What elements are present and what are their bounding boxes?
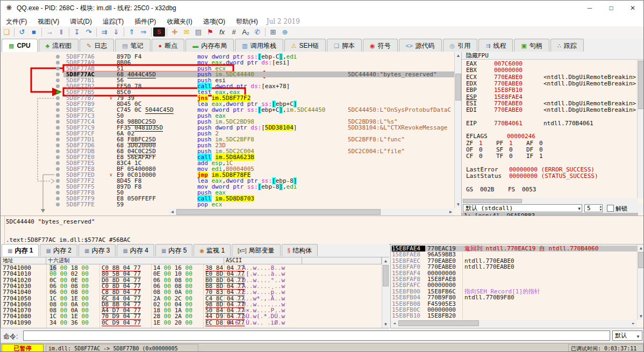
disassembly-pane[interactable]: ▲ ▼ ◄ ► 5D8F77A6897D F4mov dword ptr ss:… (1, 52, 462, 215)
calculator-icon[interactable]: ⊞ (267, 26, 279, 38)
instruction-dot-icon[interactable] (56, 138, 60, 141)
tab-handles[interactable]: ▣句柄 (514, 39, 549, 52)
binary-icon[interactable]: ▤ (192, 26, 204, 38)
instruction-dot-icon[interactable] (56, 197, 60, 200)
scrollbar-thumb[interactable] (383, 265, 389, 286)
instruction-dot-icon[interactable] (56, 149, 60, 153)
pause-icon[interactable]: ‖ (55, 26, 67, 38)
tab-call-stack[interactable]: ▥调用堆栈 (235, 39, 283, 52)
spinner-arrows-icon[interactable]: ▲▼ (599, 205, 602, 211)
tab-breakpoints[interactable]: ●断点 (152, 39, 185, 52)
scrollbar-thumb[interactable] (463, 199, 522, 203)
register-row[interactable]: EAX007C6000 (466, 61, 523, 67)
register-row[interactable]: EDI770EABE0<ntdll.DbgUiRemoteBreakin> (466, 107, 636, 113)
instruction-dot-icon[interactable] (56, 108, 60, 112)
instruction-dot-icon[interactable] (56, 102, 60, 106)
instruction-dot-icon[interactable] (56, 161, 60, 165)
register-row[interactable]: ESI770EABE0<ntdll.DbgUiRemoteBreakin> (466, 100, 636, 107)
notes-icon[interactable]: ✆ (252, 26, 263, 38)
step-over-icon[interactable]: ↷ (83, 26, 95, 38)
stack-row[interactable]: 15E8FAF0770EABE0ntdll.770EABE0 (391, 264, 637, 270)
instruction-dot-icon[interactable] (56, 120, 60, 124)
registers-vertical-scrollbar[interactable] (637, 60, 644, 198)
disasm-vertical-scrollbar[interactable]: ▲ ▼ (454, 52, 462, 208)
hide-fpu-button[interactable]: 隐藏FPU (462, 52, 644, 60)
memory-dump-pane[interactable]: 地址 十六进制 ASCII ▲ ▼ 7704100016 00 18 00C0 … (1, 257, 389, 328)
hash-icon[interactable]: # (228, 26, 240, 38)
register-row[interactable]: OF0SF0DF0 (466, 147, 543, 153)
disasm-row[interactable]: 5D8F77FE59pop ecx (1, 202, 454, 207)
scrollbar-thumb[interactable] (638, 61, 644, 109)
scroll-up-arrow[interactable]: ▲ (455, 52, 462, 59)
instruction-dot-icon[interactable] (56, 185, 60, 189)
scrollbar-thumb[interactable] (398, 320, 479, 326)
run-icon[interactable]: → (44, 26, 55, 38)
dump-vertical-scrollbar[interactable]: ▲ ▼ (382, 257, 389, 328)
tab-symbols[interactable]: ◉符号 (363, 39, 398, 52)
instruction-dot-icon[interactable] (56, 143, 60, 147)
script-s-button[interactable]: S (153, 27, 165, 37)
register-row[interactable]: EDX770EABE0<ntdll.DbgUiRemoteBreakin> (466, 81, 636, 87)
tab-graph[interactable]: ♣流程图 (39, 39, 78, 52)
register-row[interactable]: EIP770B4061ntdll.770B4061 (466, 120, 593, 127)
command-profile-select[interactable]: 默认▼ (612, 331, 642, 341)
comment-icon[interactable]: ✉ (181, 26, 192, 38)
scroll-left-arrow[interactable]: ◄ (391, 320, 398, 327)
instruction-dot-icon[interactable] (56, 114, 60, 118)
scroll-down-arrow[interactable]: ▼ (382, 321, 389, 328)
instruction-dot-icon[interactable] (56, 155, 60, 159)
tab-seh[interactable]: ⚠SEH链 (284, 39, 326, 52)
step-out-icon[interactable]: ⇑ (126, 26, 138, 38)
registers-pane[interactable]: 隐藏FPU 默认 (stdcall)▼ 5▲▼ 解锁 1: [esp+4] 96… (462, 52, 644, 215)
stack-row[interactable]: 15E8FB1015E8FB20 (391, 313, 637, 319)
instruction-dot-icon[interactable] (56, 96, 60, 100)
register-row[interactable]: EBP15E8FB10 (466, 87, 523, 94)
register-row[interactable]: CF0TF0IF1 (466, 153, 543, 160)
register-row[interactable]: GS002BFS0053 (466, 186, 536, 193)
register-row[interactable]: LastStatus00000000 (STATUS_SUCCESS) (466, 173, 598, 179)
unlock-checkbox[interactable] (607, 205, 614, 212)
instruction-dot-icon[interactable] (56, 132, 60, 135)
stack-pane[interactable]: ▲ ▼ ◄ ► 15E8FAE4770EAC19返回到 ntdll.770EAC… (390, 244, 644, 328)
scroll-up-arrow[interactable]: ▲ (638, 245, 644, 252)
tab-locals[interactable]: [x=]局部变量 (232, 244, 280, 256)
calling-convention-select[interactable]: 默认 (stdcall)▼ (463, 204, 582, 212)
globe-icon[interactable]: ⊕ (279, 26, 291, 38)
instruction-dot-icon[interactable] (56, 167, 60, 171)
tab-dump-5[interactable]: ▦内存 5 (155, 244, 192, 256)
tab-cpu[interactable]: ▦CPU (2, 39, 38, 52)
register-row[interactable]: EBX00000000 (466, 67, 523, 74)
tab-dump-1[interactable]: ▦内存 1 (2, 244, 39, 256)
stop-icon[interactable]: ■ (28, 26, 40, 38)
register-row[interactable]: LastError00000000 (ERROR_SUCCESS) (466, 167, 595, 173)
open-file-icon[interactable]: ❑ (1, 26, 12, 38)
scroll-left-arrow[interactable]: ◄ (169, 209, 176, 215)
bookmark-icon[interactable]: ⚑ (204, 26, 216, 38)
tab-notes[interactable]: ▤笔记 (115, 39, 150, 52)
stack-vertical-scrollbar[interactable]: ▲ ▼ (637, 245, 644, 320)
instruction-dot-icon[interactable] (56, 203, 60, 206)
tab-source[interactable]: <>源代码 (399, 39, 442, 52)
scroll-down-arrow[interactable]: ▼ (638, 313, 644, 320)
tab-dump-3[interactable]: ▦内存 3 (78, 244, 116, 256)
tab-script[interactable]: ❏脚本 (327, 39, 362, 52)
register-row[interactable]: EFLAGS00000246 (466, 133, 535, 140)
instruction-dot-icon[interactable] (56, 126, 60, 130)
instruction-dot-icon[interactable] (56, 78, 60, 82)
instruction-dot-icon[interactable] (56, 84, 60, 88)
instruction-dot-icon[interactable] (56, 61, 60, 64)
breakpoint-dot-icon[interactable] (56, 90, 60, 94)
patch-icon[interactable]: ✚ (169, 26, 181, 38)
minimize-button[interactable]: ─ (579, 1, 600, 16)
tab-threads[interactable]: ⇉线程 (478, 39, 513, 52)
tab-memory-map[interactable]: ▬内存布局 (185, 39, 234, 52)
scroll-right-arrow[interactable]: ► (630, 320, 637, 327)
tab-watch-1[interactable]: ◉监视 1 (194, 244, 231, 256)
tab-references[interactable]: ◎引用 (443, 39, 478, 52)
instruction-dot-icon[interactable] (56, 179, 60, 183)
instruction-dot-icon[interactable] (56, 73, 60, 76)
instruction-dot-icon[interactable] (56, 191, 60, 195)
font-icon[interactable]: A₂ (240, 26, 252, 38)
tab-trace[interactable]: ∴跟踪 (550, 39, 584, 52)
register-row[interactable]: ZF1PF1AF0 (466, 140, 543, 147)
